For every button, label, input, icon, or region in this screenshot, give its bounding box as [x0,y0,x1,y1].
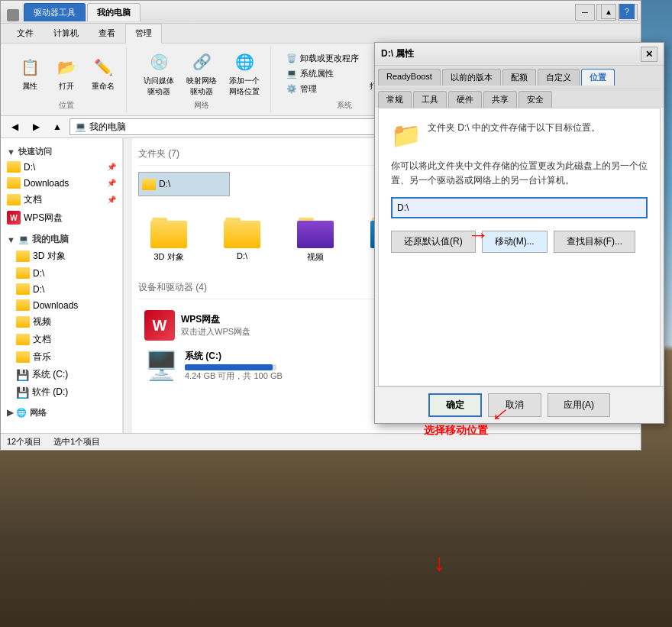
dialog-tab-general[interactable]: 常规 [378,91,412,108]
ribbon-group-position-label: 位置 [59,100,74,111]
dialog-tab-quota[interactable]: 配额 [502,69,536,86]
dialog-title-text: D:\ 属性 [381,47,414,60]
sidebar-item-wps[interactable]: W WPS网盘 [1,208,122,227]
dialog-content: 📁 文件夹 D:\ 中的文件存储于以下目标位置。 你可以将此文件夹中文件存储的位… [378,108,661,386]
folder-icon [16,316,30,328]
ribbon-btn-open[interactable]: 📂 打开 [50,53,83,93]
sidebar-d2-label: D:\ [33,284,44,295]
system-props-label: 系统属性 [300,68,334,79]
system-props-item[interactable]: 💻 系统属性 [283,66,362,81]
sidebar-item-downloads-label: Downloads [24,178,69,189]
folder-icon [16,267,30,279]
ribbon-btn-rename[interactable]: ✏️ 重命名 [86,53,120,93]
folder-icon [7,194,21,205]
dialog-desc1: 文件夹 D:\ 中的文件存储于以下目标位置。 [428,121,600,135]
sidebar-video-label: 视频 [33,315,51,328]
sidebar-network: ▶ 🌐 网络 [1,402,122,422]
ribbon-collapse-btn[interactable]: ▲ [601,4,616,19]
dialog-tab-previous[interactable]: 以前的版本 [442,69,501,86]
help-button[interactable]: ? [619,4,635,19]
network-icon: 🌐 [16,408,27,418]
d-drive-label: D:\ [159,179,170,189]
dialog-tab-tools[interactable]: 工具 [413,91,447,108]
sidebar-item-docs[interactable]: 文档 [1,331,122,348]
ribbon-tab-manage[interactable]: 管理 [125,24,162,44]
dialog-tab-location[interactable]: 位置 [581,69,615,86]
dialog-tab-custom[interactable]: 自定义 [538,69,580,86]
folder-icon [16,334,30,345]
file-item-d[interactable]: D:\ [212,215,273,266]
sidebar-item-d2[interactable]: D:\ [1,281,122,297]
dialog-folder-icon: 📁 [391,121,422,150]
folders-header-text: 文件夹 (7) [138,148,179,159]
forward-button[interactable]: ▶ [27,118,45,135]
file-item-3d[interactable]: 3D 对象 [138,215,199,266]
dialog-ok-button[interactable]: 确定 [428,393,482,417]
ribbon-btn-uninstall: 🗑️ 卸载或更改程序 💻 系统属性 ⚙️ 管理 [283,51,362,96]
back-button[interactable]: ◀ [5,118,24,135]
map-drive-icon: 🔗 [189,50,214,74]
sidebar-item-system-c[interactable]: 💾 系统 (C:) [1,366,122,383]
sidebar-item-d1[interactable]: D:\ [1,265,122,281]
arrow-to-ok-btn: → [426,552,454,577]
ribbon-group-position-items: 📋 属性 📂 打开 ✏️ 重命名 [13,48,120,99]
sidebar-item-my-computer[interactable]: 我的电脑 [32,233,69,246]
properties-icon: 📋 [18,55,42,79]
ribbon-btn-map-drive[interactable]: 🔗 映射网络驱动器 [182,48,221,99]
sidebar-item-downloads[interactable]: Downloads 📌 [1,175,122,191]
uninstall-icon: 🗑️ [286,53,297,63]
manage-item[interactable]: ⚙️ 管理 [283,82,362,96]
dialog-path-input[interactable] [391,197,648,218]
ribbon-btn-map-label: 映射网络驱动器 [186,76,217,97]
ribbon-btn-media[interactable]: 💿 访问媒体驱动器 [139,48,179,99]
sidebar-item-3d[interactable]: 3D 对象 [1,247,122,265]
sidebar-item-d-drive[interactable]: D:\ 📌 [1,159,122,175]
dialog-apply-button[interactable]: 应用(A) [548,393,610,417]
ribbon-tab-view[interactable]: 查看 [89,24,125,43]
ribbon-tab-computer[interactable]: 计算机 [44,24,89,43]
move-button[interactable]: 移动(M)... [482,231,548,253]
d-drive-selected[interactable]: D:\ [138,172,230,196]
pin-icon: 📌 [107,179,116,187]
sidebar-item-downloads2[interactable]: Downloads [1,297,122,313]
ribbon-btn-media-label: 访问媒体驱动器 [144,76,174,97]
file-item-video[interactable]: 视频 [285,215,346,266]
ribbon-tab-file[interactable]: 文件 [7,24,44,43]
tab-driver-tools[interactable]: 驱动器工具 [24,3,86,21]
ribbon-btn-add-network[interactable]: 🌐 添加一个网络位置 [225,48,264,99]
arrow-to-location-tab: → [467,223,489,247]
restore-defaults-button[interactable]: 还原默认值(R) [391,231,476,253]
sidebar-item-documents-label: 文档 [24,193,42,206]
sidebar-network-header[interactable]: ▶ 🌐 网络 [1,404,122,420]
sidebar-docs-label: 文档 [33,333,51,346]
dialog-tab-share[interactable]: 共享 [483,91,517,108]
uninstall-item[interactable]: 🗑️ 卸载或更改程序 [283,51,362,66]
open-icon: 📂 [54,55,79,79]
dialog-tab-hardware[interactable]: 硬件 [448,91,482,108]
dialog-tab-security[interactable]: 安全 [519,91,552,108]
tab-my-computer[interactable]: 我的电脑 [87,3,141,21]
sidebar-item-music[interactable]: 音乐 [1,348,122,366]
minimize-button[interactable]: ─ [575,4,595,21]
ribbon-group-network-items: 💿 访问媒体驱动器 🔗 映射网络驱动器 🌐 添加一个网络位置 [139,48,264,99]
dialog-tab-readyboost[interactable]: ReadyBoost [378,69,441,86]
sidebar-item-documents[interactable]: 文档 📌 [1,191,122,208]
manage-label: 管理 [300,83,317,95]
dialog-close-button[interactable]: ✕ [641,47,657,62]
sidebar-item-video[interactable]: 视频 [1,313,122,331]
pin-icon: 📌 [107,163,116,171]
find-target-button[interactable]: 查找目标(F)... [554,231,635,253]
item-count: 12个项目 [7,436,41,448]
ribbon-btn-properties[interactable]: 📋 属性 [13,53,47,93]
sidebar-downloads2-label: Downloads [33,300,78,311]
sidebar-software-d-label: 软件 (D:) [32,386,68,399]
sidebar-scrollbar[interactable] [123,138,132,433]
drive-progress-bar [185,364,276,370]
sidebar-item-software-d[interactable]: 💾 软件 (D:) [1,383,122,401]
sidebar-music-label: 音乐 [33,351,51,364]
folder-icon [7,177,21,189]
file-video-label: 视频 [307,251,324,263]
devices-header-text: 设备和驱动器 (4) [138,282,207,292]
title-tabs: 驱动器工具 我的电脑 [7,3,141,21]
up-button[interactable]: ▲ [48,118,66,135]
